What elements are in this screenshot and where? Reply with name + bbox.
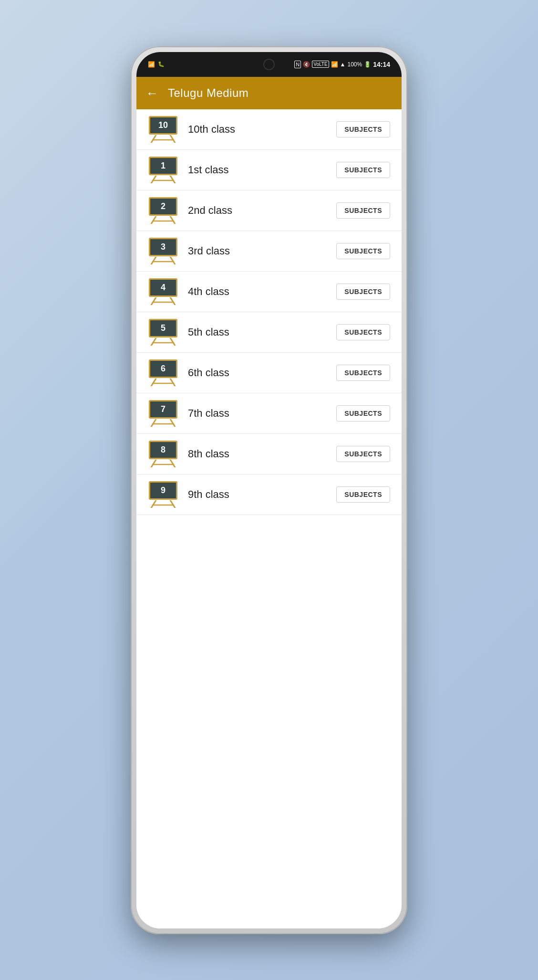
board-rect: 3	[149, 238, 177, 256]
subjects-button[interactable]: SUBJECTS	[336, 446, 390, 462]
board-number: 6	[161, 364, 166, 374]
chalkboard-icon: 3	[148, 238, 178, 264]
camera-area	[263, 59, 275, 70]
status-bar-left: 📶 🐛	[148, 61, 165, 68]
svg-line-25	[170, 460, 175, 467]
class-label: 4th class	[188, 285, 327, 298]
subjects-button[interactable]: SUBJECTS	[336, 243, 390, 259]
class-label: 3rd class	[188, 245, 327, 257]
board-rect: 1	[149, 157, 177, 175]
board-rect: 9	[149, 481, 177, 500]
svg-line-21	[151, 419, 156, 427]
list-item: 6 6th class SUBJECTS	[136, 353, 402, 393]
board-number: 4	[161, 283, 166, 293]
subjects-button[interactable]: SUBJECTS	[336, 405, 390, 422]
svg-line-0	[151, 135, 156, 143]
volte-icon: VoLTE	[312, 61, 329, 68]
svg-line-7	[170, 216, 175, 224]
status-bar-right: N 🔇 VoLTE 📶 ▲ 100% 🔋 14:14	[294, 61, 390, 68]
chalkboard-icon: 9	[148, 481, 178, 508]
list-item: 9 9th class SUBJECTS	[136, 474, 402, 515]
board-legs	[148, 419, 178, 427]
svg-line-9	[151, 257, 156, 264]
chalkboard-icon: 1	[148, 157, 178, 183]
board-number: 7	[161, 404, 166, 414]
svg-line-18	[151, 379, 156, 386]
svg-line-6	[151, 216, 156, 224]
list-item: 2 2nd class SUBJECTS	[136, 190, 402, 231]
board-legs	[148, 135, 178, 143]
class-label: 6th class	[188, 367, 327, 379]
svg-line-1	[170, 135, 175, 143]
subjects-button[interactable]: SUBJECTS	[336, 486, 390, 503]
svg-line-13	[170, 297, 175, 305]
board-legs	[148, 297, 178, 305]
board-legs	[148, 500, 178, 508]
back-button[interactable]: ←	[146, 87, 158, 99]
svg-line-3	[151, 176, 156, 183]
subjects-button[interactable]: SUBJECTS	[336, 324, 390, 340]
board-number: 3	[161, 242, 166, 252]
list-item: 5 5th class SUBJECTS	[136, 312, 402, 353]
class-label: 8th class	[188, 448, 327, 460]
status-bar: 📶 🐛 N 🔇 VoLTE 📶 ▲ 100% 🔋 14:14	[136, 52, 402, 77]
front-camera	[263, 59, 275, 70]
chalkboard-icon: 2	[148, 197, 178, 224]
chalkboard-icon: 4	[148, 278, 178, 305]
list-item: 7 7th class SUBJECTS	[136, 393, 402, 434]
list-item: 10 10th class SUBJECTS	[136, 109, 402, 150]
board-number: 8	[161, 445, 166, 455]
svg-line-16	[170, 338, 175, 346]
list-item: 1 1st class SUBJECTS	[136, 150, 402, 190]
svg-line-22	[170, 419, 175, 427]
status-time: 14:14	[373, 61, 390, 68]
board-rect: 8	[149, 441, 177, 459]
board-number: 2	[161, 201, 166, 211]
board-rect: 5	[149, 319, 177, 337]
svg-line-4	[170, 176, 175, 183]
class-label: 5th class	[188, 326, 327, 338]
subjects-button[interactable]: SUBJECTS	[336, 365, 390, 381]
battery-icon: 🔋	[364, 61, 371, 68]
board-rect: 2	[149, 197, 177, 216]
class-label: 9th class	[188, 488, 327, 501]
board-number: 9	[161, 485, 166, 495]
wifi-calling-icon: 📶	[148, 61, 155, 68]
board-number: 10	[158, 120, 168, 130]
board-legs	[148, 379, 178, 386]
page-title: Telugu Medium	[168, 86, 248, 100]
class-list: 10 10th class SUBJECTS	[136, 109, 402, 928]
wifi-icon: 📶	[331, 61, 338, 68]
class-label: 2nd class	[188, 204, 327, 217]
chalkboard-icon: 6	[148, 359, 178, 386]
list-item: 3 3rd class SUBJECTS	[136, 231, 402, 272]
chalkboard-icon: 8	[148, 441, 178, 467]
subjects-button[interactable]: SUBJECTS	[336, 162, 390, 178]
chalkboard-icon: 7	[148, 400, 178, 427]
signal-icon: ▲	[340, 61, 346, 68]
board-rect: 4	[149, 278, 177, 297]
phone-frame: 📶 🐛 N 🔇 VoLTE 📶 ▲ 100% 🔋 14:14 ← Telugu …	[131, 46, 407, 934]
board-legs	[148, 338, 178, 346]
subjects-button[interactable]: SUBJECTS	[336, 202, 390, 219]
phone-screen: 📶 🐛 N 🔇 VoLTE 📶 ▲ 100% 🔋 14:14 ← Telugu …	[136, 52, 402, 928]
subjects-button[interactable]: SUBJECTS	[336, 121, 390, 137]
mute-icon: 🔇	[303, 61, 310, 68]
battery-level: 100%	[347, 61, 362, 68]
svg-line-28	[170, 500, 175, 508]
board-rect: 6	[149, 359, 177, 378]
svg-line-24	[151, 460, 156, 467]
board-rect: 7	[149, 400, 177, 419]
class-label: 1st class	[188, 164, 327, 176]
board-number: 5	[161, 323, 166, 333]
svg-line-10	[170, 257, 175, 264]
subjects-button[interactable]: SUBJECTS	[336, 284, 390, 300]
board-rect: 10	[149, 116, 177, 135]
board-legs	[148, 460, 178, 467]
chalkboard-icon: 10	[148, 116, 178, 143]
svg-line-19	[170, 379, 175, 386]
chalkboard-icon: 5	[148, 319, 178, 346]
board-legs	[148, 176, 178, 183]
class-label: 10th class	[188, 123, 327, 136]
svg-line-15	[151, 338, 156, 346]
